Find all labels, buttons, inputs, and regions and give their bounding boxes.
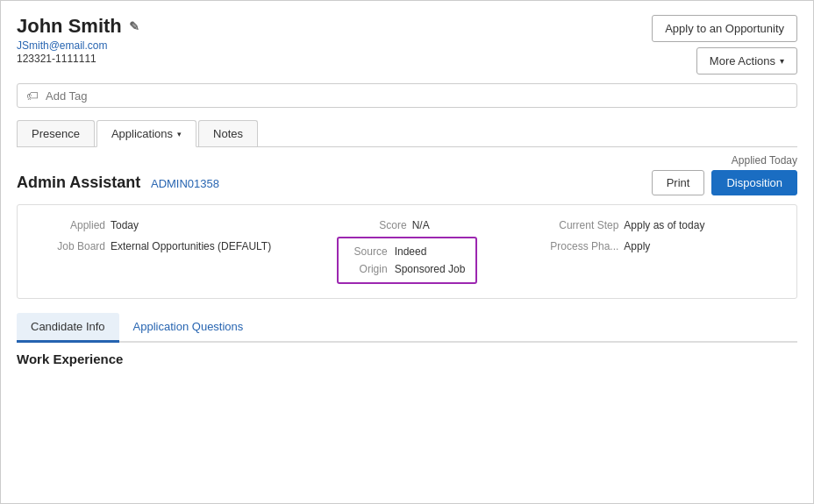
candidate-name-row: John Smith ✎	[17, 15, 139, 38]
process-phase-row: Process Pha... Apply	[548, 240, 779, 252]
job-id[interactable]: ADMIN01358	[151, 177, 219, 190]
job-title-area: Admin Assistant ADMIN01358	[17, 174, 219, 192]
job-title: Admin Assistant	[17, 174, 140, 191]
job-board-row: Job Board External Opportunities (DEFAUL…	[35, 240, 283, 252]
tag-input-row: 🏷	[17, 83, 797, 108]
tab-notes[interactable]: Notes	[198, 120, 258, 146]
applied-row: Applied Today	[35, 219, 283, 231]
tag-icon: 🏷	[26, 89, 39, 103]
applied-label: Applied	[35, 219, 105, 231]
score-label: Score	[337, 219, 407, 231]
header-actions: Apply to an Opportunity More Actions ▾	[652, 15, 797, 75]
applications-tab-caret: ▾	[177, 130, 182, 138]
more-actions-label: More Actions	[710, 54, 775, 67]
disposition-button[interactable]: Disposition	[711, 170, 797, 195]
job-board-label: Job Board	[35, 240, 105, 252]
bottom-tabs-row: Candidate Info Application Questions	[17, 313, 797, 343]
score-value: N/A	[412, 219, 430, 231]
tag-input[interactable]	[46, 89, 788, 103]
tab-presence[interactable]: Presence	[17, 120, 95, 146]
origin-label: Origin	[349, 263, 388, 275]
middle-col: Score N/A Source Indeed Origin Sponsored…	[283, 219, 532, 284]
print-button[interactable]: Print	[652, 170, 705, 195]
more-actions-button[interactable]: More Actions ▾	[696, 47, 797, 75]
process-phase-value: Apply	[624, 240, 650, 252]
job-board-value: External Opportunities (DEFAULT)	[111, 240, 271, 252]
candidate-phone: 123321-1111111	[17, 53, 139, 65]
applied-value: Today	[111, 219, 139, 231]
tabs-row: Presence Applications ▾ Notes	[17, 120, 797, 147]
job-title-row: Admin Assistant ADMIN01358 Print Disposi…	[17, 170, 797, 195]
right-col: Current Step Apply as of today Process P…	[531, 219, 779, 284]
source-label: Source	[349, 245, 388, 258]
source-row: Source Indeed	[349, 245, 466, 258]
work-experience-heading: Work Experience	[17, 351, 797, 366]
current-step-row: Current Step Apply as of today	[548, 219, 779, 231]
score-source-col: Score N/A Source Indeed Origin Sponsored…	[337, 219, 478, 284]
applied-today-label: Applied Today	[17, 154, 797, 167]
tab-candidate-info[interactable]: Candidate Info	[17, 313, 119, 343]
score-row: Score N/A	[337, 219, 478, 231]
current-step-label: Current Step	[548, 219, 618, 231]
source-origin-box: Source Indeed Origin Sponsored Job	[337, 237, 478, 284]
candidate-email[interactable]: JSmith@email.com	[17, 39, 139, 52]
process-phase-label: Process Pha...	[548, 240, 618, 252]
job-actions: Print Disposition	[652, 170, 797, 195]
source-value: Indeed	[395, 245, 427, 258]
left-col: Applied Today Job Board External Opportu…	[35, 219, 283, 284]
candidate-name: John Smith	[17, 15, 122, 38]
origin-row: Origin Sponsored Job	[349, 263, 466, 275]
edit-icon[interactable]: ✎	[129, 19, 139, 33]
tab-application-questions[interactable]: Application Questions	[119, 313, 258, 343]
application-details-card: Applied Today Job Board External Opportu…	[17, 204, 797, 299]
more-actions-caret: ▾	[780, 56, 784, 66]
apply-opportunity-button[interactable]: Apply to an Opportunity	[652, 15, 797, 42]
tab-applications[interactable]: Applications ▾	[96, 120, 196, 147]
current-step-value: Apply as of today	[624, 219, 704, 231]
origin-value: Sponsored Job	[395, 263, 466, 275]
